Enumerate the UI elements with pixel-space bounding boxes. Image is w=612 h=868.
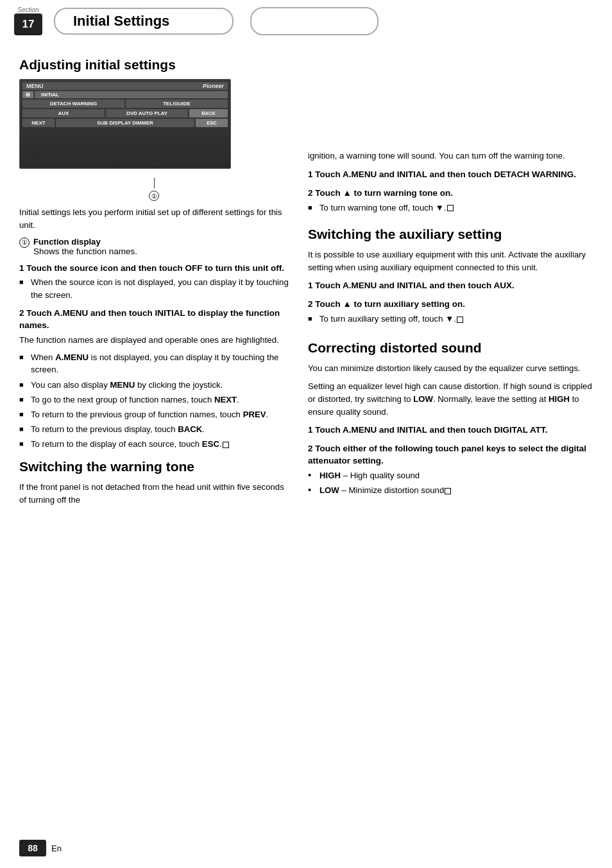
step2-bullet-text-5: To return to the previous display, touch… — [31, 423, 205, 435]
inline-square-w — [447, 205, 454, 211]
warning-step2-heading: 2 Touch ▲ to turn warning tone on. — [308, 187, 594, 200]
distorted-intro2: Setting an equalizer level high can caus… — [308, 380, 594, 418]
inline-square-d — [445, 488, 451, 494]
step1-heading: 1 Touch the source icon and then touch O… — [19, 263, 289, 275]
device-esc-btn: ESC — [196, 119, 228, 127]
step2-heading: 2 Touch A.MENU and then touch INITIAL to… — [19, 308, 289, 332]
aux-step2-bullet-text-1: To turn auxiliary setting off, touch ▼. — [319, 313, 463, 325]
step1-bullet-1: ■ When the source icon is not displayed,… — [19, 276, 289, 300]
step2-bullet-5: ■ To return to the previous display, tou… — [19, 423, 289, 435]
device-menu-label: MENU — [26, 83, 44, 89]
bullet-sq-4: ■ — [19, 395, 28, 405]
warning-tone-intro: If the front panel is not detached from … — [19, 481, 289, 507]
function-display-desc: Shows the function names. — [33, 247, 137, 256]
warning-tone-heading: Switching the warning tone — [19, 459, 289, 474]
section-badge: Section 17 — [13, 6, 44, 35]
warning-step2-bullet-1: ■ To turn warning tone off, touch ▼. — [308, 202, 594, 214]
step2-bullet-text-1: When A.MENU is not displayed, you can di… — [31, 351, 289, 376]
page-number: 88 — [19, 840, 46, 856]
adjusting-heading: Adjusting initial settings — [19, 57, 289, 73]
aux-intro: It is possible to use auxiliary equipmen… — [308, 248, 594, 274]
step2-bullet-3: ■ To go to the next group of function na… — [19, 394, 289, 406]
aux-step1-heading: 1 Touch A.MENU and INITIAL and then touc… — [308, 280, 594, 292]
device-top-bar: MENU Pioneer — [22, 82, 228, 90]
function-circle-1: ① — [19, 238, 30, 248]
aux-step2-bullet-1: ■ To turn auxiliary setting off, touch ▼… — [308, 313, 594, 325]
device-back-btn: BACK — [189, 109, 228, 117]
step2-bullet-6: ■ To return to the display of each sourc… — [19, 438, 289, 450]
page-header: Section 17 Initial Settings — [0, 0, 612, 35]
device-left-icon: ⊞ — [22, 91, 33, 98]
step2-bullet-text-2: You can also display MENU by clicking th… — [31, 379, 223, 391]
bullet-sq-5: ■ — [19, 410, 28, 420]
device-row1: DETACH WARNING TEL/GUIDE — [22, 100, 228, 108]
step2-desc: The function names are displayed and ope… — [19, 334, 289, 347]
inline-square-a — [457, 317, 463, 323]
function-display-label: Function display — [33, 237, 101, 247]
device-next-btn: NEXT — [22, 119, 55, 127]
device-dvd-btn: DVD AUTO PLAY — [106, 109, 188, 117]
warning-step1-heading: 1 Touch A.MENU and INITIAL and then touc… — [308, 169, 594, 181]
distorted-high-text: HIGH – High quality sound — [319, 469, 420, 482]
distorted-step2-heading: 2 Touch either of the following touch pa… — [308, 443, 594, 467]
bullet-dot-low: • — [308, 485, 317, 494]
distorted-step1-heading: 1 Touch A.MENU and INITIAL and then touc… — [308, 424, 594, 437]
inline-square-esc — [223, 442, 229, 448]
bullet-square-1: ■ — [19, 277, 28, 288]
device-detach-btn: DETACH WARNING — [22, 100, 124, 108]
bullet-sq-a1: ■ — [308, 314, 317, 324]
callout-arrow: ① — [19, 178, 289, 201]
aux-heading: Switching the auxiliary setting — [308, 227, 594, 242]
device-inner: MENU Pioneer ⊞ INITIAL DETACH WARNING TE… — [20, 80, 230, 168]
left-column: Adjusting initial settings MENU Pioneer … — [0, 42, 302, 518]
device-tel-btn: TEL/GUIDE — [126, 100, 228, 108]
function-display-block: Function display Shows the function name… — [33, 237, 137, 256]
page-footer: 88 En — [0, 840, 612, 856]
header-right-area — [250, 7, 378, 35]
bullet-sq-2: ■ — [19, 352, 28, 363]
bullet-sq-7: ■ — [19, 439, 28, 449]
step2-bullet-text-4: To return to the previous group of funct… — [31, 408, 268, 421]
distorted-option-low: • LOW – Minimize distortion sound — [308, 484, 594, 496]
aux-step2-heading: 2 Touch ▲ to turn auxiliary setting on. — [308, 299, 594, 311]
footer-language: En — [51, 844, 62, 853]
step2-bullet-4: ■ To return to the previous group of fun… — [19, 408, 289, 421]
bullet-sq-w1: ■ — [308, 203, 317, 213]
bullet-dot-high: • — [308, 470, 317, 480]
device-row3: NEXT SUB DISPLAY DIMMER ESC — [22, 119, 228, 127]
main-content: Adjusting initial settings MENU Pioneer … — [0, 35, 612, 531]
device-initial-label: INITIAL — [35, 91, 228, 98]
callout-line-vertical — [154, 178, 155, 188]
callout-number-1: ① — [149, 191, 159, 201]
function-display-row: ① Function display Shows the function na… — [19, 237, 289, 256]
distorted-option-high: • HIGH – High quality sound — [308, 469, 594, 482]
device-sub-btn: SUB DISPLAY DIMMER — [56, 119, 194, 127]
step2-bullet-2: ■ You can also display MENU by clicking … — [19, 379, 289, 391]
step2-bullet-text-3: To go to the next group of function name… — [31, 394, 239, 406]
device-brand: Pioneer — [203, 83, 224, 89]
device-aux-btn: AUX — [22, 109, 105, 117]
device-row2: AUX DVD AUTO PLAY BACK — [22, 109, 228, 117]
distorted-heading: Correcting distorted sound — [308, 340, 594, 356]
distorted-intro1: You can minimize distortion likely cause… — [308, 362, 594, 375]
bullet-sq-6: ■ — [19, 424, 28, 435]
step2-bullet-text-6: To return to the display of each source,… — [31, 438, 229, 450]
right-column: ignition, a warning tone will sound. You… — [302, 42, 612, 518]
bullet-sq-3: ■ — [19, 380, 28, 390]
warning-tone-cont: ignition, a warning tone will sound. You… — [308, 150, 594, 162]
section-label: Section — [17, 6, 38, 13]
warning-step2-bullet-text-1: To turn warning tone off, touch ▼. — [319, 202, 454, 214]
intro-text: Initial settings lets you perform initia… — [19, 206, 289, 232]
page-title: Initial Settings — [54, 8, 234, 35]
device-screenshot: MENU Pioneer ⊞ INITIAL DETACH WARNING TE… — [19, 79, 231, 169]
step2-bullet-1: ■ When A.MENU is not displayed, you can … — [19, 351, 289, 376]
step1-bullet-text-1: When the source icon is not displayed, y… — [31, 276, 289, 300]
distorted-low-text: LOW – Minimize distortion sound — [319, 484, 451, 496]
section-number: 17 — [14, 13, 42, 35]
